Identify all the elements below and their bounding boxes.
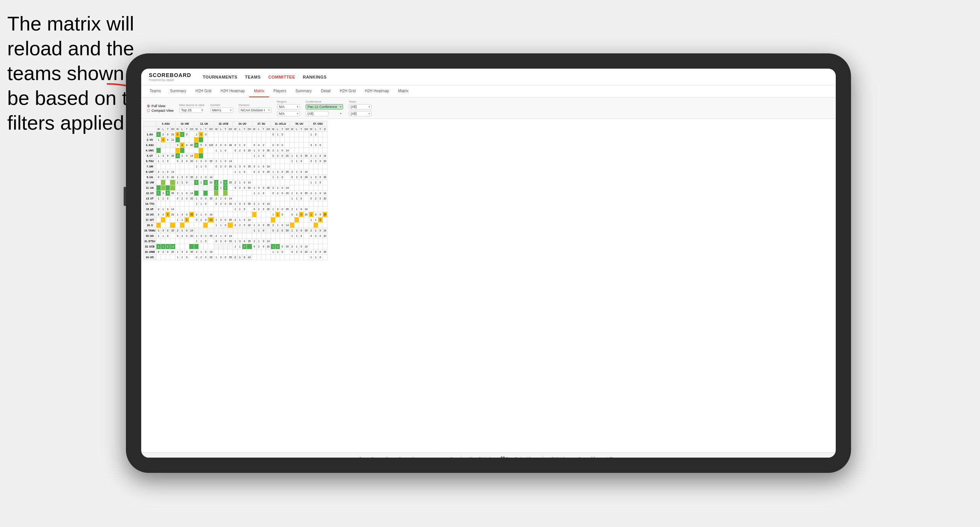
- matrix-cell: [233, 153, 238, 159]
- matrix-cell: 0: [299, 207, 304, 212]
- watch-button[interactable]: 👁 Watch ▾: [549, 456, 570, 458]
- matrix-cell: [266, 175, 271, 180]
- matrix-cell: [271, 233, 276, 239]
- team-select2[interactable]: (All): [349, 111, 372, 116]
- full-view-radio[interactable]: Full View: [147, 104, 174, 108]
- matrix-cell: [228, 132, 233, 137]
- division-select[interactable]: NCAA Division I: [239, 108, 271, 113]
- matrix-cell: [290, 164, 295, 169]
- matrix-cell: 20: [285, 153, 290, 159]
- table-row: 8. UAF21014110020201303521014: [143, 169, 327, 175]
- gender-label: Gender: [210, 103, 233, 107]
- matrix-cell: [285, 159, 290, 164]
- matrix-cell: [285, 143, 290, 148]
- conference-select2[interactable]: (All): [306, 111, 329, 116]
- team-select[interactable]: (All): [349, 104, 372, 109]
- matrix-cell: 0: [252, 169, 256, 175]
- sub-nav-h2h-heatmap2[interactable]: H2H Heatmap: [360, 85, 393, 97]
- matrix-cell: [208, 244, 214, 249]
- view-original-button[interactable]: View: Original: [467, 456, 493, 458]
- matrix-cell: [214, 249, 219, 255]
- matrix-cell: [256, 137, 261, 143]
- conference-select[interactable]: Pac-12 Conference: [306, 104, 343, 109]
- nav-item-tournaments[interactable]: TOURNAMENTS: [203, 75, 237, 79]
- matrix-cell: [166, 180, 170, 185]
- matrix-cell: [189, 169, 194, 175]
- nav-item-teams[interactable]: TEAMS: [245, 75, 261, 79]
- matrix-cell: [304, 132, 309, 137]
- matrix-cell: 1: [199, 175, 203, 180]
- sub-nav-matrix[interactable]: Matrix: [249, 85, 269, 97]
- matrix-cell: 1: [233, 244, 238, 249]
- compact-view-radio[interactable]: Compact View: [147, 109, 174, 112]
- matrix-cell: 2: [214, 196, 219, 201]
- sub-nav-h2h-grid2[interactable]: H2H Grid: [335, 85, 360, 97]
- matrix-cell: 0: [261, 244, 266, 249]
- sh-t-5: T: [242, 127, 247, 132]
- nav-item-committee[interactable]: COMMITTEE: [268, 75, 295, 79]
- sub-nav-matrix2[interactable]: Matrix: [393, 85, 413, 97]
- matrix-cell: 0: [194, 217, 199, 223]
- matrix-cell: [266, 196, 271, 201]
- matrix-cell: 2: [175, 153, 180, 159]
- sub-nav-h2h-heatmap[interactable]: H2H Heatmap: [216, 85, 249, 97]
- sub-nav-summary2[interactable]: Summary: [291, 85, 316, 97]
- matrix-cell: 1: [271, 175, 276, 180]
- matrix-cell: [295, 164, 299, 169]
- minus-button[interactable]: −: [423, 456, 429, 458]
- matrix-cell: 0: [175, 132, 180, 137]
- matrix-cell: 14: [247, 217, 252, 223]
- matrix-body: 1. AU12023010100010102. VU120123. ASU040…: [143, 132, 327, 260]
- matrix-cell: 0: [194, 180, 199, 185]
- matrix-cell: 0: [242, 180, 247, 185]
- matrix-cell: 0: [175, 159, 180, 164]
- matrix-cell: [271, 164, 276, 169]
- matrix-cell: [161, 239, 166, 244]
- matrix-cell: 2: [313, 196, 318, 201]
- view-radio-group: Full View Compact View: [147, 104, 174, 112]
- matrix-container[interactable]: 3. ASU 10. UW 11. UA 22. UCB 24. UO 27. …: [141, 119, 836, 452]
- zoom-out-button[interactable]: ⊖: [396, 456, 404, 458]
- share-button[interactable]: ⟳: [576, 456, 583, 458]
- sub-nav-summary[interactable]: Summary: [165, 85, 191, 97]
- matrix-cell: [261, 159, 266, 164]
- settings-button[interactable]: ⊙: [448, 456, 455, 458]
- matrix-cell: [247, 159, 252, 164]
- region-select2[interactable]: N/A: [277, 111, 300, 116]
- matrix-cell: [180, 223, 184, 228]
- matrix-cell: 0: [184, 175, 189, 180]
- matrix-cell: [247, 244, 252, 249]
- matrix-cell: 0: [175, 143, 180, 148]
- matrix-cell: [219, 175, 223, 180]
- matrix-cell: [285, 233, 290, 239]
- matrix-cell: [166, 164, 170, 169]
- matrix-cell: [290, 132, 295, 137]
- share2-button[interactable]: ↗ Share: [603, 456, 621, 458]
- matrix-cell: [228, 148, 233, 153]
- gender-select[interactable]: Men's: [210, 108, 233, 113]
- plus-button[interactable]: +: [435, 456, 442, 458]
- matrix-cell: [228, 207, 233, 212]
- max-teams-select[interactable]: Top 25: [179, 108, 202, 113]
- matrix-cell: 0: [318, 233, 322, 239]
- matrix-cell: 0: [261, 191, 266, 196]
- sub-nav-detail[interactable]: Detail: [316, 85, 335, 97]
- col-header-su: 27. SU: [252, 121, 271, 127]
- matrix-cell: 2: [199, 180, 203, 185]
- undo-button[interactable]: ↺: [356, 456, 364, 458]
- redo-button[interactable]: ↻: [369, 456, 377, 458]
- zoom-in-button[interactable]: ⊕: [409, 456, 417, 458]
- sub-nav-players[interactable]: Players: [269, 85, 291, 97]
- matrix-cell: 1: [276, 175, 280, 180]
- matrix-cell: 20: [208, 217, 214, 223]
- sub-nav-teams[interactable]: Teams: [145, 85, 165, 97]
- nav-item-rankings[interactable]: RANKINGS: [303, 75, 327, 79]
- matrix-cell: [175, 185, 180, 191]
- expand-button[interactable]: ⛶: [589, 456, 597, 458]
- sub-nav-h2h-grid[interactable]: H2H Grid: [191, 85, 216, 97]
- region-select[interactable]: N/A: [277, 104, 300, 109]
- reset-button[interactable]: ↺: [383, 456, 390, 458]
- table-row: 11. UA110020201303521014: [143, 185, 327, 191]
- save-custom-view-button[interactable]: 💾 Save Custom View: [498, 456, 537, 458]
- matrix-cell: 2: [175, 228, 180, 233]
